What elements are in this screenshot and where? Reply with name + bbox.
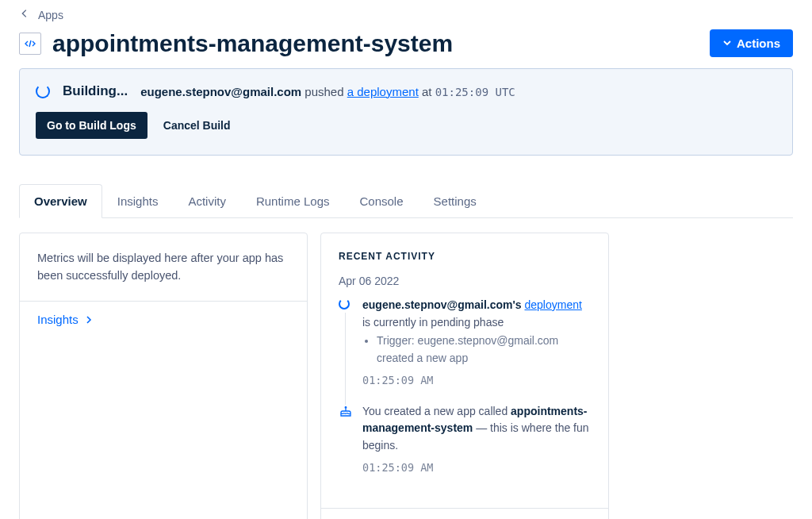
recent-activity-card: RECENT ACTIVITY Apr 06 2022 eugene.stepn…: [320, 233, 609, 519]
tab-overview[interactable]: Overview: [19, 184, 102, 218]
chevron-right-icon: [85, 313, 93, 326]
build-summary: eugene.stepnov@gmail.com pushed a deploy…: [140, 85, 515, 98]
activity-time: 01:25:09 AM: [362, 372, 591, 389]
tab-settings[interactable]: Settings: [419, 184, 492, 218]
breadcrumb[interactable]: Apps: [19, 6, 793, 29]
activity-item-deployment: eugene.stepnov@gmail.com's deployment is…: [339, 297, 591, 403]
svg-point-0: [345, 406, 347, 408]
cake-icon: [339, 405, 353, 419]
go-to-build-logs-button[interactable]: Go to Build Logs: [36, 112, 147, 139]
tab-console[interactable]: Console: [345, 184, 419, 218]
actions-button-label: Actions: [737, 37, 780, 50]
actions-button[interactable]: Actions: [710, 29, 793, 57]
page-title: appointments-management-system: [52, 30, 453, 57]
metrics-card-text: Metrics will be displayed here after you…: [20, 233, 307, 301]
deployment-link[interactable]: a deployment: [347, 85, 419, 98]
spinner-icon: [36, 84, 50, 98]
metrics-card: Metrics will be displayed here after you…: [19, 233, 308, 519]
activity-time: 01:25:09 AM: [362, 459, 591, 476]
activity-item-created: You created a new app called appointment…: [339, 403, 591, 490]
app-type-icon: [19, 33, 41, 55]
activity-date: Apr 06 2022: [321, 270, 608, 297]
build-status-banner: Building... eugene.stepnov@gmail.com pus…: [19, 68, 793, 156]
chevron-down-icon: [722, 37, 732, 50]
tabs: Overview Insights Activity Runtime Logs …: [19, 184, 793, 218]
insights-link[interactable]: Insights: [37, 313, 289, 326]
back-arrow-icon: [19, 8, 30, 21]
breadcrumb-label: Apps: [38, 9, 63, 21]
deployment-link[interactable]: deployment: [524, 298, 581, 311]
recent-activity-title: RECENT ACTIVITY: [321, 233, 608, 270]
insights-link-label: Insights: [37, 313, 79, 326]
tab-activity[interactable]: Activity: [173, 184, 241, 218]
tab-insights[interactable]: Insights: [102, 184, 174, 218]
spinner-icon: [339, 298, 353, 313]
tab-runtime-logs[interactable]: Runtime Logs: [241, 184, 345, 218]
build-status-text: Building...: [63, 83, 128, 99]
cancel-build-button[interactable]: Cancel Build: [163, 119, 231, 132]
